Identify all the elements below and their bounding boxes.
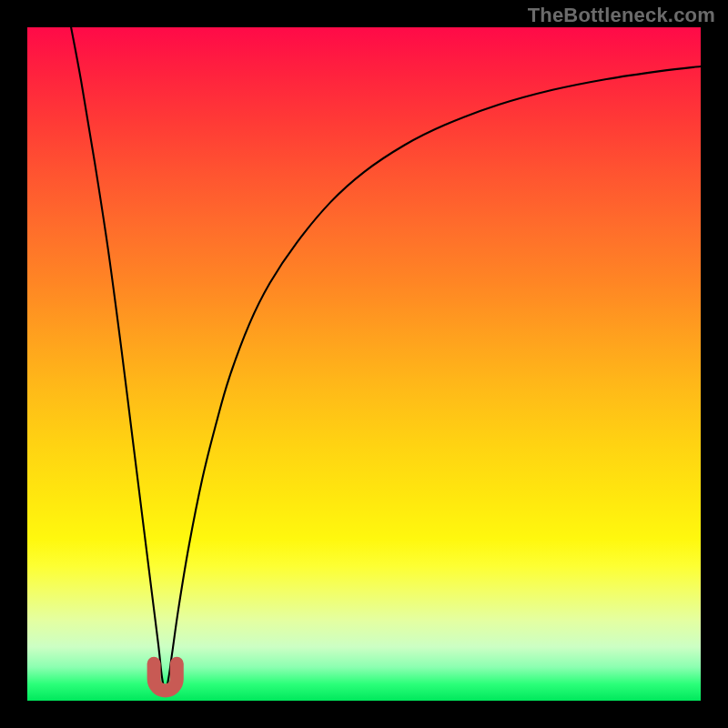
bottleneck-curve [71, 27, 701, 691]
optimum-marker [154, 663, 177, 691]
watermark-text: TheBottleneck.com [528, 4, 715, 27]
chart-frame: TheBottleneck.com [0, 0, 728, 728]
curve-layer [27, 27, 701, 701]
plot-area [27, 27, 701, 701]
